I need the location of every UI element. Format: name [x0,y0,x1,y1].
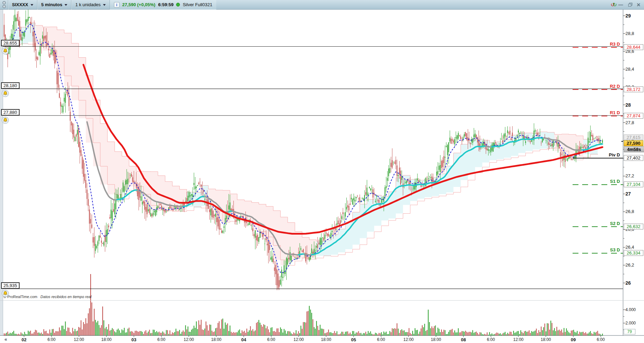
units-label: 1 k unidades [75,2,101,7]
y-axis-label: 28 [625,102,643,108]
y-axis-label: 29 [625,13,643,19]
x-axis-label: 18:00 [541,337,551,342]
x-axis-label: 04 [241,337,246,342]
pivot-label: R3 D [610,42,620,47]
alarm-price-label[interactable]: 27,880 [1,109,20,116]
feed-note: Datos recibidos en tiempo real [41,295,92,299]
alarm-price-label[interactable]: 25,935 [1,282,20,289]
y-axis-label: 26,8 [625,209,643,214]
quote-time: 6:59:59 [158,2,174,7]
pivot-price-box: 26,632 [624,224,643,229]
x-axis-label: 12:00 [403,337,414,342]
footer: © ProRealTime.com Datos recibidos en tie… [3,295,91,299]
alarm-bell-icon[interactable] [2,47,9,55]
y-axis-label: 28,8 [625,31,643,36]
timeframe-dropdown[interactable]: 5 minutos [37,0,71,10]
pivot-price-box: 28,644 [624,44,643,50]
pivot-price-box: 27,104 [624,181,643,187]
ma-slope-line [486,146,492,147]
quote-info: i 27,590 (+0,05%) 6:59:59 Silver Full032… [110,0,216,10]
x-axis-label: 09 [571,337,576,342]
chevron-down-icon [65,4,67,6]
x-axis-label: 6:00 [487,337,495,342]
price-chart-canvas[interactable] [0,0,644,343]
x-axis-label: 05 [351,337,356,342]
minimize-button[interactable]: — [618,2,623,8]
x-axis-label: 6:00 [47,337,55,342]
restore-icon [628,4,631,7]
close-button[interactable]: ✕ [636,2,641,8]
timeframe-label: 5 minutos [41,2,62,7]
refresh-icon[interactable]: ↺↻ [611,2,614,8]
trend-band [35,25,187,212]
restore-button[interactable] [627,2,632,8]
x-axis-label: 03 [131,337,136,342]
y-axis-label: 26,4 [625,245,643,250]
trading-window: SIXXXX 5 minutos 1 k unidades i 27,590 (… [0,0,644,343]
pivot-label: S2 D [610,221,620,226]
pivot-label: S1 D [610,179,620,184]
pivot-price-box: 27,874 [624,113,643,119]
chevron-down-icon [103,4,106,6]
alarm-bell-icon[interactable] [2,117,9,124]
units-dropdown[interactable]: 1 k unidades [71,0,110,10]
x-axis-label: 18:00 [321,337,331,342]
ring-icon [2,1,6,4]
x-axis-label: 18:00 [101,337,112,342]
y-axis-label: 26 [625,280,643,286]
price-change: (+0,05%) [137,2,156,7]
last-price: 27,590 [122,2,136,7]
y-axis-label: 26,2 [625,262,643,268]
y-axis-label: 27,2 [625,173,643,178]
x-axis-label: 6:00 [157,337,165,342]
volume-bars-up [7,306,602,336]
symbol-name: Silver Full0321 [183,2,212,7]
x-axis-label: 12:00 [294,337,304,342]
pivot-label: S3 D [610,247,620,252]
x-axis-label: 12:00 [74,337,84,342]
x-axis-label: 12:00 [184,337,194,342]
x-axis-label: 02 [22,337,26,342]
volume-axis-label: 4.000 [625,307,636,312]
chevron-down-icon [31,4,33,6]
scroll-left-button[interactable]: « [3,336,9,342]
volume-bars-down [4,274,599,336]
pivot-label: Piv D [609,152,620,157]
window-controls: ↺↻ — ✕ [611,2,644,8]
current-price-box: 27,590 [624,140,643,146]
feed-status-icon [176,3,180,7]
alarm-price-label[interactable]: 28,655 [1,40,20,46]
y-axis-label: 28,4 [625,67,643,72]
pivot-label: R2 D [610,84,620,89]
pivot-label: R1 D [610,110,620,115]
toolbar: SIXXXX 5 minutos 1 k unidades i 27,590 (… [0,0,644,10]
alarm-price-label[interactable]: 28,180 [1,82,20,89]
x-axis-label: 6:00 [377,337,385,342]
y-axis-label: 27,8 [625,120,643,125]
volume-last-value: 79 [624,329,635,334]
volume-axis-label: 2.000 [625,321,636,326]
y-axis-label: 27 [625,191,643,197]
x-axis-label: 18:00 [211,337,221,342]
instrument-dropdown[interactable]: SIXXXX [8,0,37,10]
x-axis-label: 08 [461,337,466,342]
x-axis-label: 12:00 [513,337,524,342]
info-icon[interactable]: i [114,2,119,8]
x-axis-label: 18:00 [431,337,441,342]
toolbar-handle[interactable] [0,0,8,10]
previous-price-box: 27,615 [624,134,643,140]
x-axis-label: 6:00 [597,337,605,342]
pivot-price-box: 28,172 [624,86,643,92]
x-axis-label: 6:00 [267,337,275,342]
instrument-label: SIXXXX [12,2,28,7]
pivot-price-box: 27,402 [624,155,643,161]
alarm-bell-icon[interactable] [2,290,9,297]
bar-countdown: 4m58s [624,146,644,152]
ring-icon [2,5,6,8]
trend-band [317,132,554,258]
pivot-price-box: 26,334 [624,250,643,256]
alarm-bell-icon[interactable] [2,90,9,97]
